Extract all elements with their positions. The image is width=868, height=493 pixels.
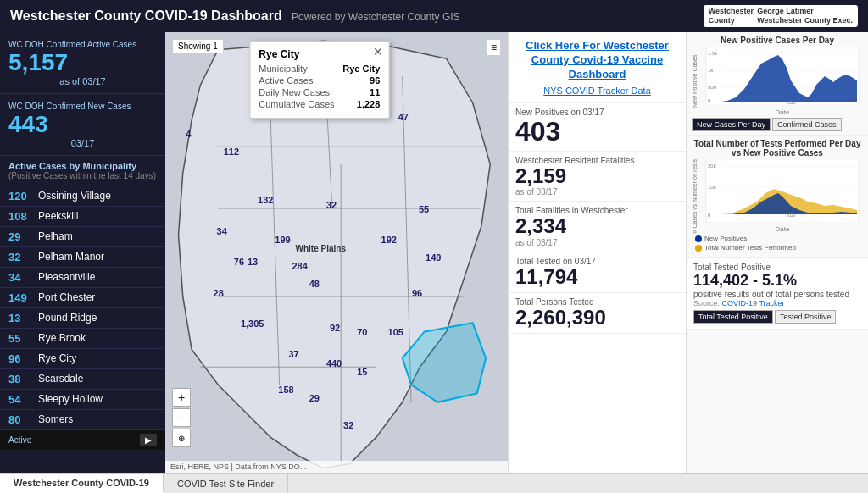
chart2-x-label: Date: [702, 225, 863, 233]
tracker-link[interactable]: NYS COVID Tracker Data: [515, 86, 679, 96]
source-link[interactable]: COVID-19 Tracker: [722, 299, 785, 307]
chart1-x-label: Date: [702, 108, 863, 116]
chart1-y-label: New Positive Cases: [692, 47, 702, 116]
municipality-name: Sleepy Hollow: [38, 393, 103, 405]
municipality-item[interactable]: 29Pelham: [0, 227, 165, 247]
total-tested-value: 11,794: [515, 266, 679, 288]
chart-panel: New Positive Cases Per Day New Positive …: [686, 32, 868, 473]
total-fatalities-date: as of 03/17: [515, 238, 679, 247]
cta-text[interactable]: Click Here For Westchester County Covid-…: [515, 39, 679, 82]
popup-row-daily: Daily New Cases 11: [259, 87, 380, 97]
total-fatalities-value: 2,334: [515, 215, 679, 237]
tabbar-tab[interactable]: Westchester County COVID-19: [0, 474, 164, 493]
new-positives-box: New Positives on 03/17 403: [509, 103, 686, 152]
popup-row-cumulative: Cumulative Cases 1,228: [259, 99, 380, 109]
municipality-item[interactable]: 13Pound Ridge: [0, 308, 165, 329]
stats-panel: Click Here For Westchester County Covid-…: [508, 32, 686, 473]
svg-text:1k: 1k: [708, 68, 714, 73]
municipality-item[interactable]: 34Pleasantville: [0, 268, 165, 288]
confirmed-active-box: WC DOH Confirmed Active Cases 5,157 as o…: [0, 32, 165, 94]
municipality-item[interactable]: 149Port Chester: [0, 288, 165, 308]
legend-label-tests: Total Number Tests Performed: [704, 244, 796, 252]
svg-text:500: 500: [708, 85, 717, 90]
municipality-name: Ossining Village: [38, 190, 111, 202]
svg-text:10k: 10k: [708, 185, 717, 190]
total-persons-value: 2,260,390: [515, 307, 679, 329]
municipality-item[interactable]: 38Scarsdale: [0, 369, 165, 390]
ttp-tab1[interactable]: Total Tested Positive: [693, 310, 773, 324]
zoom-in-button[interactable]: +: [172, 388, 191, 407]
sidebar: WC DOH Confirmed Active Cases 5,157 as o…: [0, 32, 165, 473]
tab-items-container: Westchester County COVID-19COVID Test Si…: [0, 474, 288, 493]
total-tested-box: Total Tested on 03/17 11,794: [509, 252, 686, 293]
chart1-section: New Positive Cases Per Day New Positive …: [687, 32, 868, 136]
municipality-header: Active Cases by Municipality (Positive C…: [0, 156, 165, 186]
municipality-item[interactable]: 54Sleepy Hollow: [0, 390, 165, 410]
svg-text:20k: 20k: [708, 163, 717, 169]
popup-municipality-label: Municipality: [259, 64, 307, 74]
municipality-name: Rye Brook: [38, 332, 86, 344]
header-subtitle: Powered by Westchester County GIS: [292, 11, 460, 23]
total-persons-box: Total Persons Tested 2,260,390: [509, 293, 686, 334]
municipality-num: 13: [8, 312, 38, 324]
confirmed-new-date: 03/17: [8, 138, 157, 148]
popup-municipality-value: Rye City: [342, 64, 380, 74]
legend-item-tests: Total Number Tests Performed: [695, 244, 860, 252]
municipality-name: Pound Ridge: [38, 312, 97, 324]
popup-cumulative-label: Cumulative Cases: [259, 99, 334, 109]
municipality-name: Peekskill: [38, 210, 78, 222]
chart2-area: 20k 10k 0 2020 Date: [702, 159, 863, 233]
popup-row-active: Active Cases 96: [259, 75, 380, 86]
svg-text:1.5k: 1.5k: [708, 51, 718, 56]
svg-text:2020: 2020: [786, 213, 795, 218]
municipality-num: 29: [8, 230, 38, 243]
municipality-name: Pelham Manor: [38, 251, 104, 263]
municipality-num: 108: [8, 210, 38, 223]
ttp-tab2[interactable]: Tested Positive: [775, 310, 837, 324]
municipality-item[interactable]: 120Ossining Village: [0, 186, 165, 207]
municipality-item[interactable]: 108Peekskill: [0, 207, 165, 227]
municipality-num: 120: [8, 190, 38, 202]
municipality-item[interactable]: 80Somers: [0, 410, 165, 430]
tabbar: Westchester County COVID-19COVID Test Si…: [0, 473, 868, 493]
popup-close-btn[interactable]: ✕: [373, 45, 383, 58]
municipality-item[interactable]: 55Rye Brook: [0, 329, 165, 349]
municipality-num: 54: [8, 393, 38, 406]
municipality-item[interactable]: 96Rye City: [0, 349, 165, 369]
chart2-title: Total Number of Tests Performed Per Day …: [692, 139, 863, 158]
municipality-num: 96: [8, 352, 38, 365]
chart1-tab1[interactable]: New Cases Per Day: [692, 118, 771, 131]
map-attribution: Esri, HERE, NPS | Data from NYS DO...: [170, 463, 306, 471]
total-tested-label: Total Tested on 03/17: [515, 257, 679, 266]
map-grid-icon[interactable]: ≡: [487, 39, 501, 56]
ttp-tabs: Total Tested Positive Tested Positive: [693, 310, 861, 324]
sidebar-footer-label: Active: [8, 435, 31, 445]
municipality-num: 149: [8, 291, 38, 304]
total-fatalities-box: Total Fatalities in Westchester 2,334 as…: [509, 202, 686, 252]
sidebar-footer-btn[interactable]: ▶: [140, 434, 157, 446]
popup-daily-label: Daily New Cases: [259, 87, 330, 97]
map-container[interactable]: Showing 1 ≡ 1664733447112132323419928419…: [165, 32, 508, 473]
new-positives-value: 403: [515, 117, 679, 147]
resident-fatalities-value: 2,159: [515, 165, 679, 187]
confirmed-active-date: as of 03/17: [8, 76, 157, 86]
header: Westchester County COVID-19 Dashboard Po…: [0, 0, 868, 32]
zoom-out-button[interactable]: −: [172, 408, 191, 427]
confirmed-new-box: WC DOH Confirmed New Cases 443 03/17: [0, 94, 165, 156]
popup-active-value: 96: [370, 75, 380, 86]
municipality-num: 55: [8, 332, 38, 345]
stats-cta: Click Here For Westchester County Covid-…: [509, 32, 686, 103]
municipality-header-label: Active Cases by Municipality: [8, 161, 157, 171]
municipality-item[interactable]: 32Pelham Manor: [0, 247, 165, 268]
chart2-y-label: # Cases vs Number of Tests: [692, 159, 702, 233]
tabbar-tab[interactable]: COVID Test Site Finder: [164, 474, 288, 493]
legend-item-positives: New Positives: [695, 235, 860, 242]
chart1-tab2[interactable]: Confirmed Cases: [772, 118, 842, 131]
municipality-list: 120Ossining Village108Peekskill29Pelham3…: [0, 186, 165, 430]
confirmed-active-value: 5,157: [8, 50, 157, 76]
locate-button[interactable]: ⊕: [172, 429, 191, 447]
municipality-num: 38: [8, 373, 38, 385]
municipality-name: Rye City: [38, 352, 76, 364]
municipality-name: Pleasantville: [38, 271, 95, 283]
ttp-sub: positive results out of total persons te…: [693, 290, 861, 299]
